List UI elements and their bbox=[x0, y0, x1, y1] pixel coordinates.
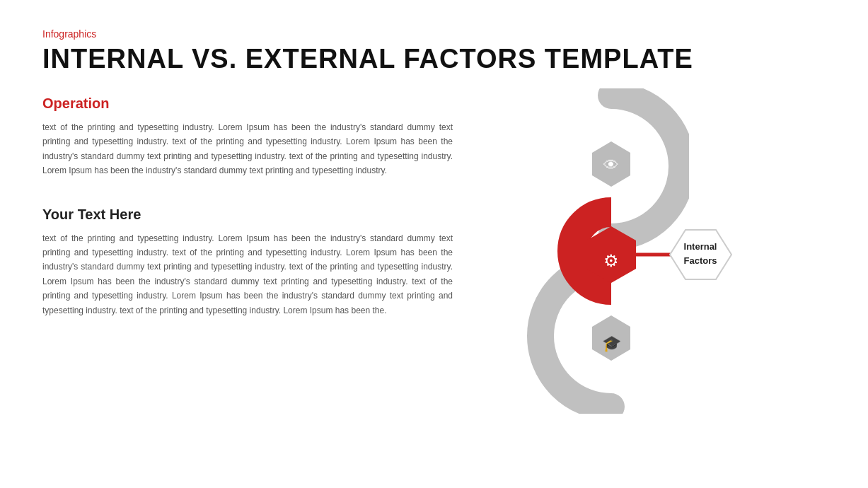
page: Infographics INTERNAL VS. EXTERNAL FACTO… bbox=[0, 0, 868, 488]
svg-text:⚙: ⚙ bbox=[603, 251, 619, 270]
main-title: INTERNAL VS. EXTERNAL FACTORS TEMPLATE bbox=[42, 44, 826, 74]
svg-text:Factors: Factors bbox=[683, 255, 717, 266]
section1-title: Operation bbox=[42, 95, 453, 112]
diagram-svg: 👁 🎓 ⚙ Internal Factors bbox=[519, 88, 760, 414]
section-gap bbox=[42, 178, 453, 207]
section1-body: text of the printing and typesetting ind… bbox=[42, 120, 453, 178]
right-panel: 👁 🎓 ⚙ Internal Factors bbox=[453, 81, 826, 421]
section2-body: text of the printing and typesetting ind… bbox=[42, 231, 453, 318]
category-label: Infographics bbox=[42, 28, 826, 40]
diagram: 👁 🎓 ⚙ Internal Factors bbox=[519, 88, 760, 414]
left-panel: Operation text of the printing and types… bbox=[42, 95, 453, 318]
section2-title: Your Text Here bbox=[42, 207, 453, 223]
svg-text:Internal: Internal bbox=[683, 241, 717, 252]
svg-text:🎓: 🎓 bbox=[601, 334, 621, 353]
svg-text:👁: 👁 bbox=[603, 156, 619, 174]
content-area: Operation text of the printing and types… bbox=[42, 95, 826, 421]
svg-marker-9 bbox=[670, 230, 731, 279]
